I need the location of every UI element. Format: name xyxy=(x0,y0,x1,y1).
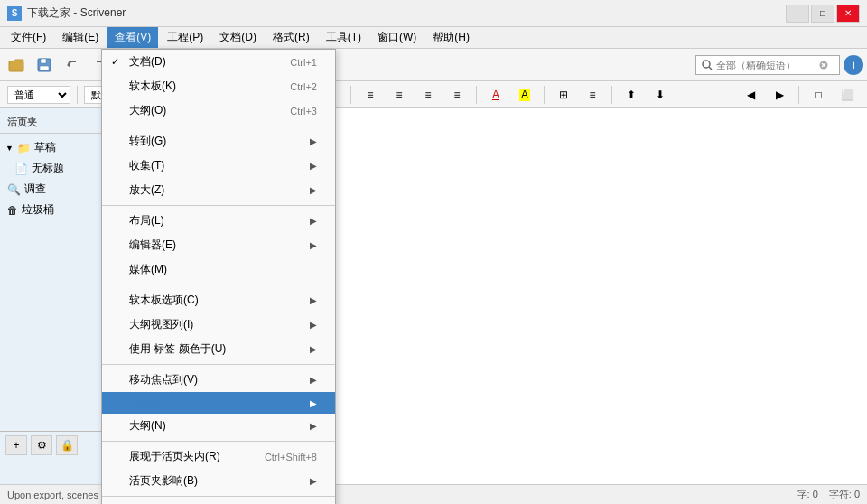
untitled-label: 无标题 xyxy=(32,161,64,176)
menu-view-zoom[interactable]: 放大(Z) ▶ xyxy=(102,178,335,202)
align-left-btn[interactable]: ≡ xyxy=(358,83,383,107)
menu-view-move-focus[interactable]: 移动焦点到(V) ▶ xyxy=(102,368,335,392)
word-count: 字: 0 xyxy=(797,488,818,501)
text-color-btn[interactable]: A xyxy=(483,83,508,107)
highlight-btn[interactable]: A xyxy=(512,83,537,107)
align-center-btn[interactable]: ≡ xyxy=(387,83,412,107)
menu-view-binder-affects[interactable]: 活页夹影响(B) ▶ xyxy=(102,469,335,493)
show-binder-shortcut: Ctrl+Shift+8 xyxy=(265,452,317,462)
menu-view-outline[interactable]: 大纲(O) Ctrl+3 xyxy=(102,98,335,123)
research-icon: 🔍 xyxy=(7,183,21,196)
menu-view-layout[interactable]: 布局(L) ▶ xyxy=(102,209,335,233)
view-goto-label: 转到(G) xyxy=(129,134,166,149)
view-menu-dropdown[interactable]: 文档(D) Ctrl+1 软木板(K) Ctrl+2 大纲(O) Ctrl+3 … xyxy=(101,49,336,504)
trash-label: 垃圾桶 xyxy=(22,202,54,218)
split-none-btn[interactable]: □ xyxy=(806,83,831,107)
draft-folder-icon: 📁 xyxy=(17,142,31,154)
view-corkboard-label: 软木板(K) xyxy=(129,79,176,94)
dd-sep-3 xyxy=(102,285,335,285)
sidebar-item-research[interactable]: 🔍 调查 xyxy=(0,179,103,200)
sidebar-item-untitled[interactable]: 📄 无标题 xyxy=(0,158,103,179)
search-input[interactable] xyxy=(716,60,816,70)
sidebar-item-draft[interactable]: ▼ 📁 草稿 xyxy=(0,137,103,158)
view-doc-shortcut: Ctrl+1 xyxy=(290,57,317,68)
dd-sep-4 xyxy=(102,364,335,365)
toolbar-undo-btn[interactable] xyxy=(60,53,85,77)
expand-icon: ▼ xyxy=(5,144,14,153)
inspect-arrow: ▶ xyxy=(310,398,317,408)
menu-bar: 文件(F) 编辑(E) 查看(V) 工程(P) 文档(D) 格式(R) 工具(T… xyxy=(0,27,867,49)
toolbar-right: i xyxy=(695,55,863,75)
add-item-btn[interactable]: + xyxy=(5,435,27,455)
split-h-btn[interactable]: ⬜ xyxy=(834,83,860,107)
menu-view-outline-cols[interactable]: 大纲视图列(I) ▶ xyxy=(102,313,335,337)
menu-view-show-in-binder[interactable]: 展现于活页夹内(R) Ctrl+Shift+8 xyxy=(102,444,335,469)
close-button[interactable]: ✕ xyxy=(836,5,860,23)
menu-view-collect[interactable]: 收集(T) ▶ xyxy=(102,154,335,178)
view-label-color-label: 使用 标签 颜色于(U) xyxy=(129,341,226,357)
menu-view-inspect[interactable]: Inspect ▶ xyxy=(102,392,335,414)
draft-label: 草稿 xyxy=(34,140,56,155)
menu-view-corkboard[interactable]: 软木板(K) Ctrl+2 xyxy=(102,74,335,98)
nav-next-btn[interactable]: ▶ xyxy=(767,83,792,107)
layout-arrow: ▶ xyxy=(310,216,317,226)
menu-help[interactable]: 帮助(H) xyxy=(425,27,477,48)
outline-cols-arrow: ▶ xyxy=(310,320,317,330)
sidebar-header: 活页夹 xyxy=(0,112,103,134)
menu-view-goto[interactable]: 转到(G) ▶ xyxy=(102,129,335,154)
view-outline2-label: 大纲(N) xyxy=(129,418,166,434)
align-right-btn[interactable]: ≡ xyxy=(415,83,441,107)
view-media-label: 媒体(M) xyxy=(129,262,167,277)
clear-search-icon[interactable] xyxy=(819,61,828,70)
menu-view-media[interactable]: 媒体(M) xyxy=(102,257,335,282)
align-justify-btn[interactable]: ≡ xyxy=(444,83,470,107)
menu-doc[interactable]: 文档(D) xyxy=(212,27,264,48)
settings-btn[interactable]: ⚙ xyxy=(31,435,52,455)
format-sep-7 xyxy=(798,86,799,104)
minimize-button[interactable]: — xyxy=(786,5,809,23)
indent-up-btn[interactable]: ⬆ xyxy=(619,83,644,107)
window-controls: — □ ✕ xyxy=(786,5,860,23)
search-icon xyxy=(702,60,713,70)
view-outline-cols-label: 大纲视图列(I) xyxy=(129,317,193,332)
view-inspect-label: Inspect xyxy=(129,397,164,409)
menu-view-editor[interactable]: 编辑器(E) ▶ xyxy=(102,233,335,257)
menu-tools[interactable]: 工具(T) xyxy=(319,27,368,48)
menu-format[interactable]: 格式(R) xyxy=(266,27,317,48)
list-btn[interactable]: ≡ xyxy=(580,83,605,107)
view-collect-label: 收集(T) xyxy=(129,158,164,173)
view-show-binder-label: 展现于活页夹内(R) xyxy=(129,449,220,464)
menu-view-label-color[interactable]: 使用 标签 颜色于(U) ▶ xyxy=(102,337,335,361)
table-btn[interactable]: ⊞ xyxy=(551,83,576,107)
menu-window[interactable]: 窗口(W) xyxy=(370,27,424,48)
toolbar-folder-btn[interactable] xyxy=(4,53,29,77)
menu-edit[interactable]: 编辑(E) xyxy=(55,27,106,48)
format-sep-1 xyxy=(77,86,78,104)
info-btn[interactable]: i xyxy=(844,55,863,75)
menu-view-fullscreen[interactable]: 键入全屏幕模式(F) F11 xyxy=(102,499,335,504)
dd-sep-5 xyxy=(102,441,335,442)
collect-arrow: ▶ xyxy=(310,161,317,171)
menu-view[interactable]: 查看(V) xyxy=(107,27,158,48)
toolbar-save-btn[interactable] xyxy=(32,53,57,77)
menu-view-doc[interactable]: 文档(D) Ctrl+1 xyxy=(102,50,335,74)
sidebar-item-trash[interactable]: 🗑 垃圾桶 xyxy=(0,200,103,220)
menu-file[interactable]: 文件(F) xyxy=(4,27,53,48)
menu-view-corkboard-opts[interactable]: 软木板选项(C) ▶ xyxy=(102,288,335,313)
style-select[interactable]: 普通 xyxy=(7,86,70,104)
label-color-arrow: ▶ xyxy=(310,344,317,354)
menu-project[interactable]: 工程(P) xyxy=(160,27,210,48)
format-sep-5 xyxy=(544,86,545,104)
maximize-button[interactable]: □ xyxy=(811,5,834,23)
nav-prev-btn[interactable]: ◀ xyxy=(738,83,763,107)
editor-arrow: ▶ xyxy=(310,240,317,250)
svg-rect-3 xyxy=(40,66,49,70)
format-sep-3 xyxy=(350,86,351,104)
indent-down-btn[interactable]: ⬇ xyxy=(648,83,673,107)
corkboard-opts-arrow: ▶ xyxy=(310,295,317,305)
char-count: 字符: 0 xyxy=(829,488,860,501)
doc-icon: 📄 xyxy=(14,163,28,175)
trash-icon: 🗑 xyxy=(7,204,18,217)
menu-view-outline2[interactable]: 大纲(N) ▶ xyxy=(102,414,335,438)
lock-btn[interactable]: 🔒 xyxy=(56,435,78,455)
